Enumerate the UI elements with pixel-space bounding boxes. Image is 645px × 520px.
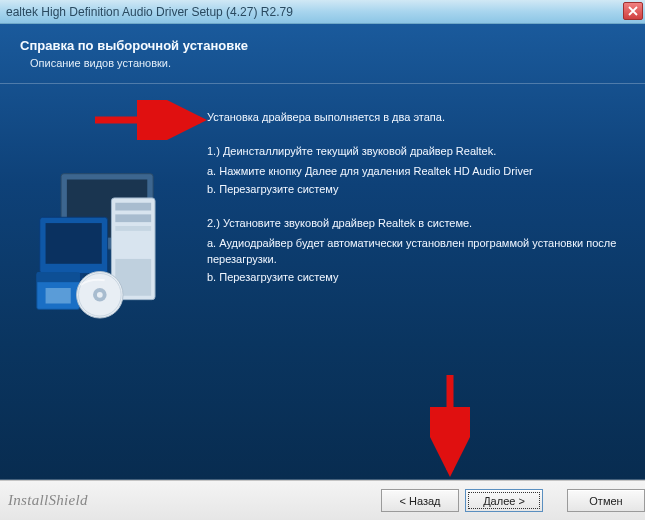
installer-graphic (12, 104, 207, 399)
window-title: ealtek High Definition Audio Driver Setu… (6, 5, 293, 19)
svg-rect-12 (37, 273, 80, 283)
installshield-logo: InstallShield (8, 492, 88, 509)
instruction-text: Установка драйвера выполняется в два эта… (207, 104, 633, 399)
computer-hardware-icon (32, 164, 187, 319)
svg-rect-4 (115, 214, 151, 222)
close-icon (628, 6, 638, 16)
svg-point-17 (97, 292, 103, 298)
step2-sub-a: a. Аудиодрайвер будет автоматически уста… (207, 236, 633, 268)
page-title: Справка по выборочной установке (20, 38, 625, 53)
svg-rect-3 (115, 203, 151, 211)
step2-sub-b: b. Перезагрузите систему (207, 270, 633, 286)
back-button[interactable]: < Назад (381, 489, 459, 512)
intro-text: Установка драйвера выполняется в два эта… (207, 110, 633, 126)
cancel-button[interactable]: Отмен (567, 489, 645, 512)
wizard-content: Справка по выборочной установке Описание… (0, 24, 645, 480)
wizard-footer: InstallShield < Назад Далее > Отмен (0, 480, 645, 520)
next-button[interactable]: Далее > (465, 489, 543, 512)
step2-heading: 2.) Установите звуковой драйвер Realtek … (207, 216, 633, 232)
window-titlebar: ealtek High Definition Audio Driver Setu… (0, 0, 645, 24)
step1-sub-a: a. Нажмите кнопку Далее для удаления Rea… (207, 164, 633, 180)
svg-rect-8 (46, 223, 102, 264)
svg-rect-5 (115, 226, 151, 231)
page-subtitle: Описание видов установки. (20, 57, 625, 69)
step1-heading: 1.) Деинсталлируйте текущий звуковой дра… (207, 144, 633, 160)
svg-rect-13 (46, 288, 71, 304)
step1-sub-b: b. Перезагрузите систему (207, 182, 633, 198)
window-close-button[interactable] (623, 2, 643, 20)
